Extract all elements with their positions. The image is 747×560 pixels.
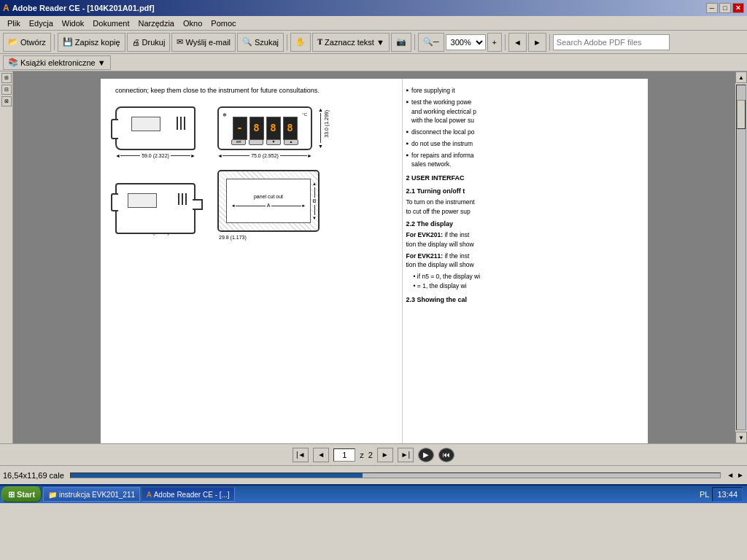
diagram-row-1: ◄ 59.0 (2.322) ► bbox=[115, 106, 391, 160]
up-button[interactable]: ▲ bbox=[284, 139, 298, 145]
minimize-button[interactable]: ─ bbox=[706, 3, 718, 13]
vent-3 bbox=[184, 117, 185, 130]
print-button[interactable]: 🖨 Drukuj bbox=[127, 33, 171, 52]
toolbar-separator bbox=[54, 34, 55, 50]
panel-b-label: B bbox=[313, 198, 317, 205]
bullet-item-5: ▪ for repairs and informa sales network. bbox=[406, 151, 641, 170]
evk201-bold: For EVK201: bbox=[406, 231, 444, 238]
side-screen bbox=[131, 117, 160, 131]
scroll-left-btn[interactable]: ◄ bbox=[727, 471, 734, 479]
para-21: To turn on the instrument to cut off the… bbox=[406, 198, 641, 217]
select-text-button[interactable]: 𝐓 Zaznacz tekst ▼ bbox=[312, 33, 390, 52]
side-vents bbox=[177, 117, 185, 130]
front-view-diagram: ❄ °C - 8 8 8 set ▼ bbox=[217, 106, 312, 150]
snapshot-button[interactable]: 📷 bbox=[391, 33, 411, 52]
search-button[interactable]: 🔍 Szukaj bbox=[237, 33, 284, 52]
intro-text: connection; keep them close to the instr… bbox=[115, 86, 391, 96]
bullet5-line1: for repairs and informa bbox=[411, 151, 474, 160]
zoom-dropdown[interactable]: 300% 200% 150% 100% 75% bbox=[446, 34, 486, 50]
menu-bar: Plik Edycja Widok Dokument Narzędzia Okn… bbox=[0, 16, 747, 31]
panel-label: panel cut out bbox=[254, 193, 283, 201]
3d-vents bbox=[178, 193, 187, 205]
menu-plik[interactable]: Plik bbox=[3, 18, 25, 29]
menu-pomoc[interactable]: Pomoc bbox=[206, 18, 240, 29]
taskbar-right: PL 13:44 bbox=[700, 487, 746, 502]
set-button[interactable]: set bbox=[231, 139, 246, 145]
start-button[interactable]: ⊞ Start bbox=[1, 486, 42, 502]
last-page-button[interactable]: ►| bbox=[398, 448, 414, 462]
first-page-button[interactable]: |◄ bbox=[293, 448, 309, 462]
menu-narzedzia[interactable]: Narzędzia bbox=[133, 18, 179, 29]
close-button[interactable]: ✕ bbox=[732, 3, 744, 13]
titlebar-right: ─ ✕ ─ □ ✕ bbox=[688, 3, 744, 13]
dim1-label: 59.0 (2.322) bbox=[140, 152, 171, 160]
dropdown-icon: ▼ bbox=[376, 38, 384, 47]
left-panel: ⊞ ⊟ ⊠ bbox=[0, 71, 13, 443]
dim5-label: 29.8 (1.173) bbox=[217, 234, 248, 241]
hand-tool-button[interactable]: ✋ bbox=[290, 33, 311, 52]
main-area: ⊞ ⊟ ⊠ connection; keep them close to the… bbox=[0, 71, 747, 443]
bullet2-with: with the local power su bbox=[411, 116, 476, 125]
menu-dokument[interactable]: Dokument bbox=[88, 18, 133, 29]
chevron-down-icon: ▼ bbox=[98, 58, 106, 67]
taskbar-item-adobe[interactable]: A Adobe Reader CE - [...] bbox=[142, 487, 235, 502]
diagram-row-2: ◄ 83.0 (3.267) ► bbox=[115, 170, 391, 241]
b-arrow: ▲ B ▼ bbox=[312, 181, 317, 221]
bullet2-line1: test the working powe bbox=[411, 98, 476, 107]
titlebar-left: A Adobe Reader CE - [104K201A01.pdf] bbox=[3, 3, 155, 13]
evk201-text-1: if the inst bbox=[444, 231, 469, 238]
scroll-thumb[interactable] bbox=[737, 100, 746, 129]
menu-widok[interactable]: Widok bbox=[58, 18, 89, 29]
camera-icon: 📷 bbox=[396, 37, 406, 47]
left-panel-btn-3[interactable]: ⊠ bbox=[1, 96, 12, 106]
taskbar-item-evk[interactable]: 📁 instrukcja EVK201_211 bbox=[43, 487, 140, 502]
left-panel-btn-2[interactable]: ⊟ bbox=[1, 85, 12, 95]
window-title: Adobe Reader CE - [104K201A01.pdf] bbox=[12, 4, 155, 12]
restore-button[interactable]: □ bbox=[719, 3, 731, 13]
down-button[interactable]: ▼ bbox=[266, 139, 281, 145]
bullet2-and: and working electrical p bbox=[411, 107, 476, 117]
side-bump bbox=[111, 119, 118, 139]
para-n5-0: • if n5 = 0, the display wi bbox=[406, 272, 641, 281]
bullet-mark-1: ▪ bbox=[406, 86, 409, 96]
search-input[interactable] bbox=[553, 34, 670, 50]
email-button[interactable]: ✉ Wyślij e-mail bbox=[171, 33, 236, 52]
toolbar-separator-3 bbox=[414, 34, 415, 50]
left-panel-btn-1[interactable]: ⊞ bbox=[1, 73, 12, 83]
evk211-bold: For EVK211: bbox=[406, 252, 444, 260]
lang-indicator: PL bbox=[700, 490, 709, 499]
rewind-button[interactable]: ⏮ bbox=[438, 448, 454, 462]
left-bump-2 bbox=[111, 193, 118, 211]
zoom-out-button[interactable]: 🔍─ bbox=[418, 33, 444, 52]
scroll-down-button[interactable]: ▼ bbox=[735, 432, 747, 443]
front-view-container: 33.0 (1.299) ▲ ▼ ❄ °C bbox=[217, 106, 312, 160]
clock: 13:44 bbox=[712, 487, 743, 502]
bullet-mark-3: ▪ bbox=[406, 128, 409, 137]
evk211-text-1: if the inst bbox=[444, 252, 469, 260]
menu-okno[interactable]: Okno bbox=[179, 18, 206, 29]
arrow-left-1: ◄ bbox=[115, 152, 120, 160]
pdf-area: connection; keep them close to the instr… bbox=[13, 71, 735, 443]
bullet-item-2: ▪ test the working powe test the working… bbox=[406, 98, 641, 125]
func-button[interactable] bbox=[249, 139, 263, 145]
next-page-nav-button[interactable]: ► bbox=[377, 448, 393, 462]
bookmarks-button[interactable]: 📚 Książki elektroniczne ▼ bbox=[3, 55, 111, 70]
save-button[interactable]: 💾 Zapisz kopię bbox=[58, 33, 125, 52]
side-view-container: ◄ 59.0 (2.322) ► bbox=[115, 106, 196, 160]
open-button[interactable]: 📂 Otwórz bbox=[3, 33, 51, 52]
page-number-input[interactable] bbox=[333, 448, 355, 462]
scroll-right-btn[interactable]: ► bbox=[737, 471, 744, 479]
next-page-button[interactable]: ► bbox=[528, 33, 546, 52]
zoom-in-button[interactable]: + bbox=[487, 33, 502, 52]
dim2-label: 75.0 (2.952) bbox=[249, 152, 280, 160]
play-button[interactable]: ▶ bbox=[418, 448, 434, 462]
prev-page-button[interactable]: ◄ bbox=[508, 33, 527, 52]
open-icon: 📂 bbox=[8, 37, 18, 47]
prev-page-nav-button[interactable]: ◄ bbox=[313, 448, 329, 462]
3d-screen bbox=[128, 193, 157, 208]
search-icon: 🔍 bbox=[242, 37, 252, 47]
menu-edycja[interactable]: Edycja bbox=[25, 18, 58, 29]
scroll-up-button[interactable]: ▲ bbox=[735, 71, 747, 83]
section-21-heading: 2.1 Turning on/off t bbox=[406, 187, 641, 197]
adobe-taskbar-icon: A bbox=[147, 491, 152, 499]
